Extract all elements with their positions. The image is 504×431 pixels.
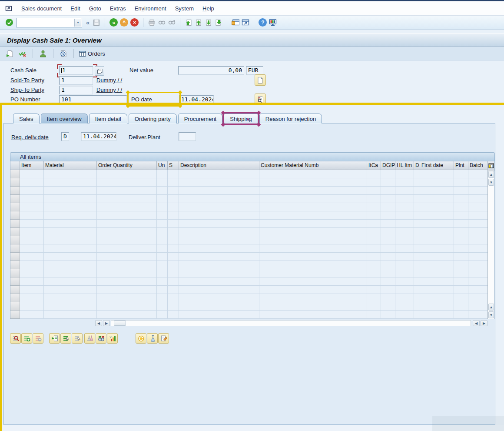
row-selector[interactable] [10,269,20,277]
deselect-all-items-button[interactable] [72,333,83,344]
display-item-details-button[interactable] [10,333,21,344]
row-selector[interactable] [10,203,20,211]
menu-environment[interactable]: Environment [130,5,171,12]
scroll-right-right-icon[interactable]: ▶ [481,320,487,326]
tab-item-detail[interactable]: Item detail [89,114,127,124]
tab-shipping[interactable]: Shipping [224,114,258,124]
status-overview-button[interactable] [136,333,146,344]
row-selector[interactable] [10,170,20,178]
row-selector[interactable] [10,294,20,302]
next-page-icon[interactable] [205,19,212,27]
insert-item-button[interactable] [21,333,32,344]
create-document-icon[interactable] [255,74,266,86]
delete-item-button[interactable] [33,333,43,344]
sold-to-partner-text[interactable]: Dummy / / [96,76,122,85]
column-header-itca[interactable]: ItCa [367,161,381,170]
command-input[interactable] [17,19,74,27]
ship-to-party-field[interactable]: 1 [59,86,93,94]
table-settings-icon[interactable] [488,161,494,170]
find-icon[interactable] [158,19,166,27]
scroll-left-right-icon[interactable]: ◀ [473,320,480,326]
status-checks-icon[interactable] [18,49,27,58]
menu-goto[interactable]: Goto [85,5,106,12]
column-header-material[interactable]: Material [44,161,97,170]
row-selector-header[interactable] [10,161,20,170]
help-icon[interactable]: ? [259,18,267,27]
previous-page-icon[interactable] [195,19,202,27]
row-selector[interactable] [10,311,20,319]
scroll-right-icon[interactable]: ▶ [103,320,110,326]
column-header-first-date[interactable]: First date [420,161,454,170]
create-shortcut-icon[interactable] [242,19,249,27]
row-selector[interactable] [10,211,20,220]
collapse-icon[interactable]: « [86,19,90,26]
ship-to-party-label[interactable]: Ship-To Party [10,86,44,94]
menu-system[interactable]: System [171,5,198,12]
tab-sales[interactable]: Sales [13,114,40,124]
row-selector[interactable] [10,220,20,228]
pricing-button[interactable]: ? [107,333,118,344]
row-selector[interactable] [10,302,20,311]
horizontal-scrollbar[interactable]: ◀ ▶ ◀ ▶ [10,320,495,327]
select-all-items-button[interactable] [60,333,71,344]
menu-sales-document[interactable]: Sales document [17,5,66,12]
row-selector[interactable] [10,187,20,195]
column-header-customer-material-numb[interactable]: Customer Material Numb [259,161,367,170]
cash-sale-field[interactable]: 1 [59,66,93,75]
vertical-scroll-track[interactable] [488,186,494,303]
back-icon[interactable]: « [109,18,118,27]
customize-layout-icon[interactable] [269,19,277,27]
orders-button[interactable]: Orders [79,50,105,57]
availability-overview-button[interactable] [84,333,95,344]
last-page-icon[interactable] [215,19,222,27]
column-header-un[interactable]: Un [157,161,168,170]
new-session-icon[interactable] [232,19,239,27]
column-header-batch[interactable]: Batch [468,161,487,170]
req-deliv-date-label[interactable]: Req. deliv.date [11,133,49,142]
document-flow-clock-icon[interactable] [59,49,68,58]
tab-ordering-party[interactable]: Ordering party [129,114,177,124]
sold-to-party-field[interactable]: 1 [59,76,93,85]
command-field[interactable]: ▼ [16,18,82,27]
column-header-item[interactable]: Item [20,161,44,170]
other-sales-document-icon[interactable] [5,49,15,58]
first-page-icon[interactable] [185,19,192,27]
tab-item-overview[interactable]: Item overview [41,114,88,124]
column-header-hl-itm[interactable]: HL Itm [395,161,414,170]
row-selector[interactable] [10,261,20,269]
ship-to-partner-text[interactable]: Dummy / / [96,86,122,94]
row-selector[interactable] [10,236,20,244]
row-selector[interactable] [10,277,20,286]
cancel-icon[interactable]: × [130,18,139,27]
scroll-up-icon[interactable]: ▲ [488,171,494,178]
horizontal-scroll-thumb[interactable] [114,321,126,326]
row-selector[interactable] [10,253,20,261]
row-selector[interactable] [10,286,20,294]
multiple-selection-icon[interactable] [95,66,104,76]
partner-icon[interactable] [38,49,48,58]
column-header-order-quantity[interactable]: Order Quantity [97,161,157,170]
system-menu-icon[interactable] [5,5,13,12]
scroll-left-icon[interactable]: ◀ [95,320,102,326]
save-icon[interactable] [93,19,100,27]
column-header-d[interactable]: D [414,161,420,170]
row-selector[interactable] [10,195,20,203]
sold-to-party-label[interactable]: Sold-To Party [10,76,44,85]
column-header-description[interactable]: Description [179,161,259,170]
column-header-plnt[interactable]: Plnt [454,161,468,170]
menu-extras[interactable]: Extras [106,5,130,12]
tab-reason-for-rejection[interactable]: Reason for rejection [259,114,322,124]
propose-items-button[interactable] [49,333,60,344]
row-selector[interactable] [10,244,20,253]
command-dropdown-icon[interactable]: ▼ [74,19,81,27]
enter-icon[interactable] [5,19,13,27]
deliver-plant-field[interactable] [179,132,196,141]
date-type-field[interactable]: D [61,132,69,141]
item-search-button[interactable] [96,333,106,344]
print-icon[interactable] [148,19,156,27]
vertical-scrollbar[interactable]: ▲ ▼ ▲ ▼ [488,170,494,319]
availability-check-button[interactable] [147,333,158,344]
find-next-icon[interactable] [168,19,176,27]
row-selector[interactable] [10,178,20,187]
req-deliv-date-field[interactable]: 11.04.2024 [81,132,116,141]
